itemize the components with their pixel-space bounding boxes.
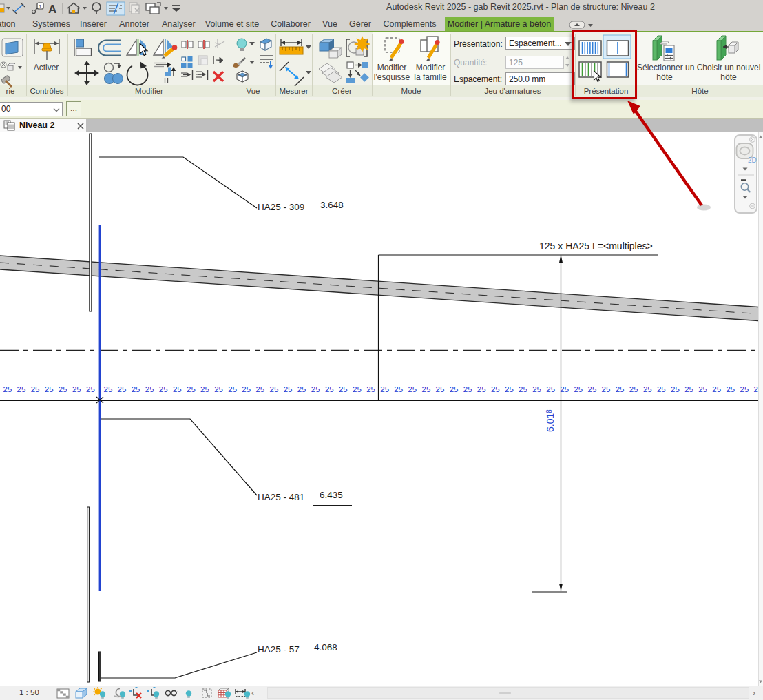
svg-text:1: 1 bbox=[39, 3, 42, 10]
svg-text:A: A bbox=[48, 3, 56, 16]
svg-text:2D: 2D bbox=[748, 156, 757, 164]
